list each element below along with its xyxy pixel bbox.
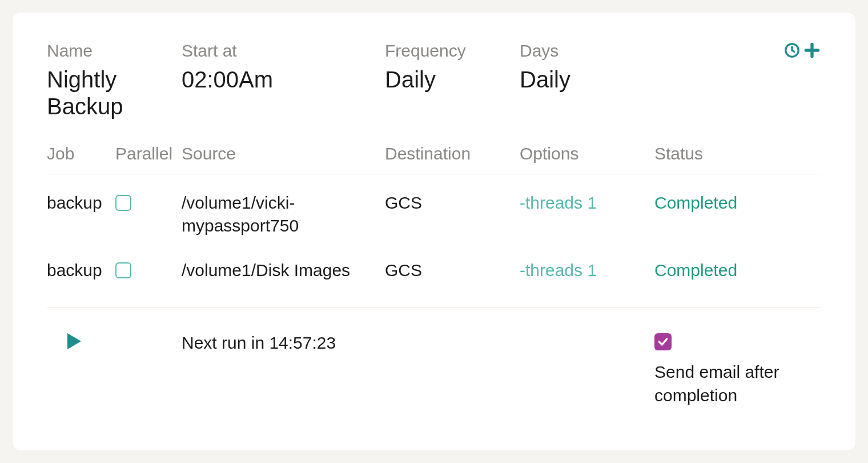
play-icon[interactable] xyxy=(67,333,81,349)
clock-icon[interactable] xyxy=(783,42,801,59)
jobs-table-body: backup /volume1/vicki-mypassport750 GCS … xyxy=(47,174,821,288)
cell-destination: GCS xyxy=(385,259,520,282)
col-source: Source xyxy=(182,144,385,163)
cell-destination: GCS xyxy=(385,191,520,214)
table-row: backup /volume1/vicki-mypassport750 GCS … xyxy=(47,174,821,241)
start-label: Start at xyxy=(182,41,373,61)
parallel-checkbox[interactable] xyxy=(115,262,131,278)
header-days: Days Daily xyxy=(520,41,654,120)
start-value: 02:00Am xyxy=(182,66,373,93)
header-name: Name Nightly Backup xyxy=(47,41,182,120)
cell-job: backup xyxy=(47,259,115,282)
cell-job: backup xyxy=(47,191,115,214)
cell-source: /volume1/Disk Images xyxy=(182,259,385,282)
cell-options: -threads 1 xyxy=(520,259,654,282)
next-run-label: Next run in 14:57:23 xyxy=(182,333,654,353)
name-label: Name xyxy=(47,41,170,61)
table-row: backup /volume1/Disk Images GCS -threads… xyxy=(47,242,821,289)
col-destination: Destination xyxy=(385,144,520,163)
email-cell: Send email after completion xyxy=(654,333,821,407)
cell-parallel xyxy=(115,259,182,284)
cell-status: Completed xyxy=(654,259,821,282)
header-actions xyxy=(783,41,821,59)
cell-parallel xyxy=(115,191,182,217)
days-label: Days xyxy=(520,41,643,61)
col-options: Options xyxy=(520,144,654,163)
frequency-label: Frequency xyxy=(385,41,508,61)
email-label: Send email after completion xyxy=(654,361,821,407)
cell-status: Completed xyxy=(654,191,821,214)
frequency-value: Daily xyxy=(385,66,508,93)
schedule-header: Name Nightly Backup Start at 02:00Am Fre… xyxy=(47,41,821,120)
plus-icon[interactable] xyxy=(803,41,821,59)
cell-source: /volume1/vicki-mypassport750 xyxy=(182,191,385,237)
email-checkbox[interactable] xyxy=(654,333,672,350)
name-value: Nightly Backup xyxy=(47,66,170,120)
days-value: Daily xyxy=(520,66,643,93)
col-job: Job xyxy=(47,144,115,163)
play-cell xyxy=(47,333,182,349)
jobs-table-header: Job Parallel Source Destination Options … xyxy=(47,144,821,174)
footer-row: Next run in 14:57:23 Send email after co… xyxy=(47,308,821,407)
col-status: Status xyxy=(654,144,821,163)
parallel-checkbox[interactable] xyxy=(115,195,131,211)
cell-options: -threads 1 xyxy=(520,191,654,214)
header-frequency: Frequency Daily xyxy=(385,41,520,120)
col-parallel: Parallel xyxy=(115,144,182,163)
header-start: Start at 02:00Am xyxy=(182,41,385,120)
schedule-card: Name Nightly Backup Start at 02:00Am Fre… xyxy=(13,13,855,450)
